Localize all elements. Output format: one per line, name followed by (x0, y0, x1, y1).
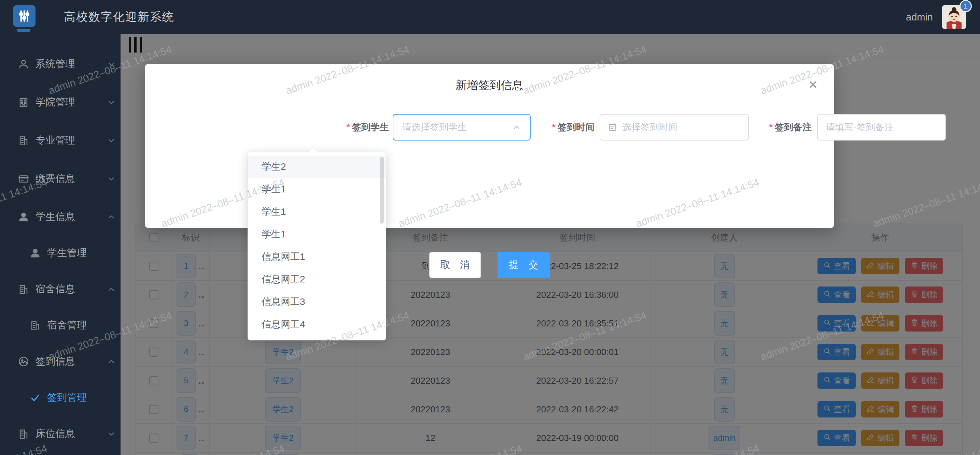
school-building-icon (18, 96, 30, 108)
sidebar-item-label: 床位信息 (35, 427, 75, 441)
sidebar-item-宿舍信息[interactable]: 宿舍信息 (0, 270, 121, 308)
chevron-up-icon (107, 212, 116, 221)
dropdown-option-学生1[interactable]: 学生1 (248, 178, 386, 201)
sidebar-item-学院管理[interactable]: 学院管理 (0, 83, 121, 121)
office-building-icon (18, 135, 30, 147)
app-header: 高校数字化迎新系统 admin 1 (0, 0, 980, 34)
user-outline-icon (18, 58, 30, 70)
sidebar-item-学生管理[interactable]: 学生管理 (0, 236, 121, 270)
sidebar-nav: 系统管理学院管理专业管理缴费信息学生信息学生管理宿舍信息宿舍管理签到信息签到管理… (0, 34, 121, 455)
dialog-form: *签到学生 请选择签到学生 *签到时间 选择签到时间 *签到备注 请填写-签到备… (145, 112, 834, 143)
sidebar-item-专业管理[interactable]: 专业管理 (0, 121, 121, 160)
time-field-label: *签到时间 (544, 121, 595, 133)
user-filled-icon (18, 211, 30, 223)
dropdown-option-信息网工3[interactable]: 信息网工3 (248, 291, 386, 313)
sidebar-item-label: 签到信息 (35, 355, 75, 368)
dropdown-option-信息网工4[interactable]: 信息网工4 (248, 313, 386, 336)
student-select-dropdown: 学生2学生1学生1学生1信息网工1信息网工2信息网工3信息网工4 (248, 152, 386, 341)
sidebar-item-学生信息[interactable]: 学生信息 (0, 198, 121, 236)
chevron-up-icon (512, 123, 521, 132)
app-logo-icon (13, 5, 35, 27)
sidebar-item-label: 缴费信息 (35, 172, 75, 185)
chevron-up-icon (107, 285, 116, 294)
office-building-icon (18, 283, 30, 295)
logo-underline (17, 29, 30, 32)
picture-icon (18, 355, 30, 368)
dropdown-option-学生2[interactable]: 学生2 (248, 155, 386, 178)
required-asterisk: * (769, 122, 773, 132)
chevron-down-icon (107, 136, 116, 145)
checkin-time-input[interactable]: 选择签到时间 (600, 114, 749, 141)
dropdown-scrollbar[interactable] (380, 157, 384, 224)
checkin-remark-input[interactable]: 请填写-签到备注 (817, 114, 946, 141)
chevron-down-icon (107, 60, 116, 68)
dialog-title: 新增签到信息 (145, 78, 834, 93)
sidebar-item-label: 签到管理 (47, 391, 87, 404)
dropdown-option-信息网工2[interactable]: 信息网工2 (248, 268, 386, 291)
sidebar-item-宿舍管理[interactable]: 宿舍管理 (0, 308, 121, 342)
chevron-down-icon (107, 430, 116, 438)
sidebar-item-系统管理[interactable]: 系统管理 (0, 45, 121, 83)
app-title: 高校数字化迎新系统 (64, 0, 175, 34)
submit-button[interactable]: 提 交 (498, 252, 550, 278)
dropdown-option-学生1[interactable]: 学生1 (248, 223, 386, 246)
current-username: admin (906, 12, 933, 23)
student-select[interactable]: 请选择签到学生 (393, 114, 531, 141)
dropdown-option-学生1[interactable]: 学生1 (248, 201, 386, 223)
chevron-down-icon (107, 98, 116, 107)
app-window: 标识签到备注签到时间创建人操作1..到校2022-03-25 18:22:12无… (0, 0, 980, 455)
chevron-down-icon (107, 174, 116, 183)
sidebar-item-label: 宿舍信息 (35, 282, 75, 296)
sidebar-item-label: 专业管理 (35, 134, 75, 147)
calendar-icon (608, 122, 617, 132)
sidebar-item-label: 学院管理 (35, 95, 75, 109)
sidebar-item-缴费信息[interactable]: 缴费信息 (0, 160, 121, 198)
office-building-icon (18, 428, 30, 440)
dropdown-option-信息网工1[interactable]: 信息网工1 (248, 246, 386, 268)
required-asterisk: * (346, 122, 350, 132)
notification-badge[interactable]: 1 (959, 0, 972, 12)
sidebar-item-label: 学生信息 (35, 210, 75, 224)
cancel-button[interactable]: 取 消 (429, 252, 481, 278)
user-filled-icon (29, 247, 41, 259)
sidebar-item-label: 学生管理 (47, 246, 87, 260)
student-field-label: *签到学生 (338, 121, 389, 133)
close-icon[interactable]: × (808, 77, 818, 92)
bank-card-icon (18, 173, 30, 185)
required-asterisk: * (552, 122, 555, 132)
sidebar-item-签到管理[interactable]: 签到管理 (0, 380, 121, 415)
chevron-up-icon (107, 357, 116, 366)
sidebar-item-床位信息[interactable]: 床位信息 (0, 415, 121, 453)
user-avatar[interactable]: 1 (942, 5, 966, 29)
sidebar-item-签到信息[interactable]: 签到信息 (0, 342, 121, 380)
check-icon (29, 392, 41, 404)
remark-field-label: *签到备注 (764, 121, 812, 133)
office-building-icon (29, 319, 41, 331)
sidebar-item-label: 宿舍管理 (47, 319, 87, 332)
sidebar-item-label: 系统管理 (35, 57, 75, 71)
